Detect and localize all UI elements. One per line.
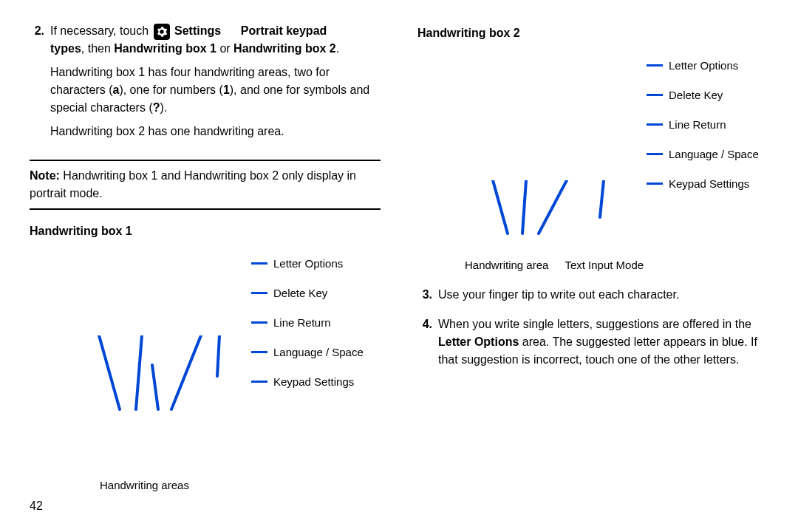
page-number: 42 <box>30 499 381 513</box>
portrait-keypad-label: Portrait keypad <box>241 24 327 37</box>
callout-line-return: Line Return <box>647 109 768 139</box>
handwriting-box-2-title: Handwriting box 2 <box>417 27 768 40</box>
note-block: Note: Handwriting box 1 and Handwriting … <box>30 160 381 210</box>
text: or <box>216 42 233 55</box>
note-label: Note: <box>30 169 60 182</box>
leader-line <box>647 183 663 185</box>
gear-icon <box>154 24 170 40</box>
leader-line <box>251 292 267 294</box>
diagram-hb2: Letter Options Delete Key Line Return La… <box>440 50 768 271</box>
callout-label: Line Return <box>669 118 726 131</box>
callout-label: Delete Key <box>669 89 723 101</box>
callout-label: Language / Space <box>669 148 759 160</box>
leader-line <box>647 123 663 126</box>
leader-line <box>251 351 267 353</box>
step-number: 4. <box>417 316 438 375</box>
step-body: Use your finger tip to write out each ch… <box>438 286 768 310</box>
callout-label: Language / Space <box>273 346 364 358</box>
callout-label: Keypad Settings <box>273 375 354 388</box>
step-number: 2. <box>30 22 50 146</box>
leader-line <box>251 321 267 324</box>
text: Handwriting box 2 <box>233 42 336 55</box>
handwriting-box-1-title: Handwriting box 1 <box>30 225 381 238</box>
svg-line-4 <box>217 335 219 376</box>
text: Handwriting box 2 has one handwriting ar… <box>50 123 381 140</box>
callout-label: Letter Options <box>273 257 343 270</box>
text: Handwriting box 1 <box>114 42 216 55</box>
step-body: If necessary, touch Settings Portrait ke… <box>50 22 381 146</box>
note-text: Handwriting box 1 and Handwriting box 2 … <box>30 169 356 200</box>
text: types <box>50 42 81 55</box>
settings-label: Settings <box>174 24 221 37</box>
callout-delete-key: Delete Key <box>251 278 381 307</box>
callout-letter-options: Letter Options <box>251 248 381 278</box>
callout-delete-key: Delete Key <box>647 80 768 109</box>
callout-label: Line Return <box>273 316 331 329</box>
step-4: 4. When you write single letters, sugges… <box>417 316 768 375</box>
callout-letter-options: Letter Options <box>647 50 768 80</box>
callout-label: Letter Options <box>669 59 738 72</box>
leader-line <box>251 262 267 265</box>
text: Use your finger tip to write out each ch… <box>438 286 768 304</box>
text: When you write single letters, suggestio… <box>438 318 751 330</box>
text: 1 <box>223 83 230 96</box>
step-3: 3. Use your finger tip to write out each… <box>417 286 768 310</box>
letter-options-label: Letter Options <box>438 335 519 348</box>
callout-line-return: Line Return <box>251 307 381 337</box>
callout-keypad-settings: Keypad Settings <box>647 168 768 198</box>
diagram-bottom-label: Text Input Mode <box>565 259 644 271</box>
step-body: When you write single letters, suggestio… <box>438 316 768 375</box>
text: If necessary, touch <box>50 24 152 37</box>
diagram-hb1: Letter Options Delete Key Line Return La… <box>52 248 381 491</box>
callout-keypad-settings: Keypad Settings <box>251 366 381 396</box>
text: ). <box>160 101 168 114</box>
callout-label: Delete Key <box>273 287 327 299</box>
callout-language-space: Language / Space <box>647 139 768 168</box>
callout-language-space: Language / Space <box>251 337 381 366</box>
diagram-bottom-label: Handwriting area <box>465 259 548 271</box>
text: . <box>336 42 339 55</box>
leader-line <box>251 381 267 383</box>
text: , then <box>81 42 114 55</box>
callout-label: Keypad Settings <box>669 177 749 190</box>
step-2: 2. If necessary, touch Settings Portrait… <box>30 22 381 146</box>
diagram-bottom-label: Handwriting areas <box>100 479 189 491</box>
text: ? <box>153 101 160 114</box>
leader-line <box>647 153 663 155</box>
leader-line <box>647 94 663 96</box>
leader-line <box>647 64 663 66</box>
text: ), one for numbers ( <box>119 83 223 96</box>
step-number: 3. <box>417 286 438 310</box>
